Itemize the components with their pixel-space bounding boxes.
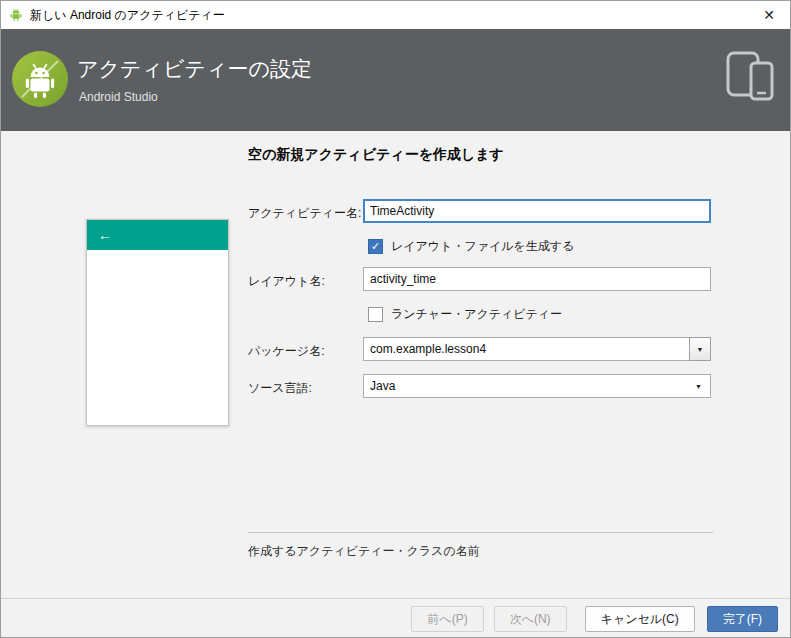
launcher-activity-row: ✓ ランチャー・アクティビティー (368, 306, 562, 323)
wizard-header: アクティビティーの設定 Android Studio (1, 29, 790, 131)
check-icon: ✓ (371, 241, 380, 252)
chevron-down-icon: ▼ (697, 346, 704, 353)
help-text: 作成するアクティビティー・クラスの名前 (248, 543, 480, 560)
wizard-content: 空の新規アクティビティーを作成します ← アクティビティー名: ✓ レイアウト・… (1, 131, 790, 598)
window-title: 新しい Android のアクティビティー (30, 7, 225, 24)
activity-preview-thumbnail: ← (86, 219, 229, 426)
generate-layout-label: レイアウト・ファイルを生成する (391, 238, 574, 255)
header-title: アクティビティーの設定 (77, 55, 312, 83)
page-title: 空の新規アクティビティーを作成します (248, 146, 504, 164)
next-button[interactable]: 次へ(N) (494, 606, 567, 632)
source-language-value: Java (370, 379, 395, 393)
cancel-button[interactable]: キャンセル(C) (585, 606, 695, 632)
new-activity-dialog: 新しい Android のアクティビティー ✕ (0, 0, 791, 638)
close-button[interactable]: ✕ (748, 1, 790, 29)
package-name-combo: ▼ (363, 337, 711, 361)
generate-layout-row: ✓ レイアウト・ファイルを生成する (368, 238, 574, 255)
back-arrow-icon: ← (98, 227, 112, 243)
generate-layout-checkbox[interactable]: ✓ (368, 239, 383, 254)
preview-appbar: ← (87, 220, 228, 250)
finish-button[interactable]: 完了(F) (707, 606, 778, 632)
devices-icon (726, 51, 774, 107)
header-subtitle: Android Studio (79, 90, 158, 104)
divider (248, 532, 713, 533)
layout-name-label: レイアウト名: (248, 273, 325, 290)
package-name-input[interactable] (363, 337, 689, 361)
launcher-activity-checkbox[interactable]: ✓ (368, 307, 383, 322)
launcher-activity-label: ランチャー・アクティビティー (391, 306, 562, 323)
title-bar: 新しい Android のアクティビティー ✕ (1, 1, 790, 29)
activity-name-label: アクティビティー名: (248, 205, 361, 222)
android-icon (9, 8, 23, 22)
activity-name-input[interactable] (363, 199, 711, 223)
package-name-label: パッケージ名: (248, 343, 324, 360)
source-language-label: ソース言語: (248, 380, 312, 397)
source-language-select[interactable]: Java ▼ (363, 374, 711, 398)
layout-name-input[interactable] (363, 267, 711, 291)
package-dropdown-button[interactable]: ▼ (689, 337, 711, 361)
chevron-down-icon: ▼ (695, 383, 702, 390)
close-icon: ✕ (763, 7, 775, 23)
previous-button[interactable]: 前へ(P) (411, 606, 483, 632)
android-studio-logo-icon (11, 50, 69, 108)
button-bar: 前へ(P) 次へ(N) キャンセル(C) 完了(F) (1, 598, 790, 638)
